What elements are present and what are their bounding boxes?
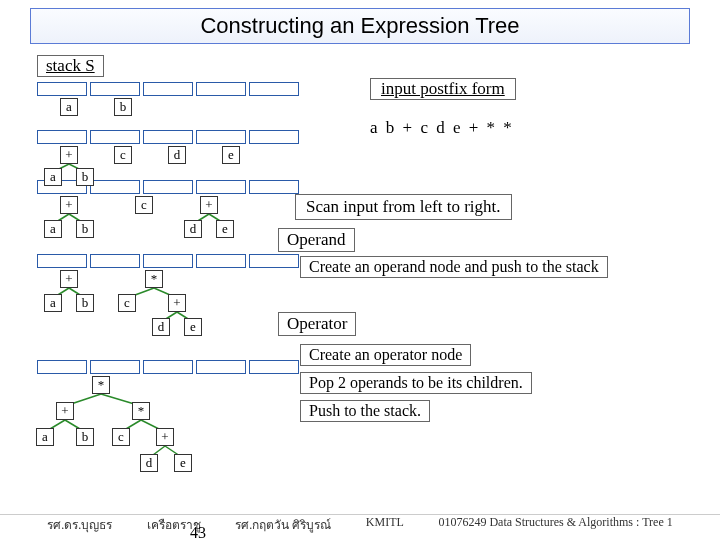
tree-node: + <box>200 196 218 214</box>
tree-node: * <box>92 376 110 394</box>
tree-node: d <box>152 318 170 336</box>
tree-node: c <box>112 428 130 446</box>
stack-slot <box>37 82 87 96</box>
stack-slot <box>196 130 246 144</box>
stack-slot <box>90 360 140 374</box>
stack-slot-row <box>37 82 302 96</box>
postfix-value: a b + c d e + * * <box>370 118 514 138</box>
page-title: Constructing an Expression Tree <box>30 8 690 44</box>
tree-node: e <box>216 220 234 238</box>
tree-node: * <box>145 270 163 288</box>
tree-node: + <box>60 146 78 164</box>
stack-slot <box>90 130 140 144</box>
page-number: 43 <box>190 524 206 540</box>
stack-slot-row <box>37 254 302 268</box>
stack-slot-row <box>37 360 302 374</box>
operand-desc: Create an operand node and push to the s… <box>300 256 608 278</box>
stack-slot <box>143 254 193 268</box>
stack-slot <box>37 254 87 268</box>
stack-slot <box>249 360 299 374</box>
tree-node: * <box>132 402 150 420</box>
stack-slot <box>249 130 299 144</box>
tree-node: a <box>44 220 62 238</box>
tree-node: a <box>44 168 62 186</box>
stack-slot <box>196 82 246 96</box>
footer-author1: รศ.ดร.บุญธร <box>47 515 112 534</box>
tree-node: + <box>156 428 174 446</box>
tree-node: b <box>76 294 94 312</box>
tree-node: a <box>44 294 62 312</box>
tree-node: + <box>60 270 78 288</box>
operator-step-2: Pop 2 operands to be its children. <box>300 372 532 394</box>
stack-slot <box>143 360 193 374</box>
stack-slot <box>196 180 246 194</box>
tree-node: d <box>184 220 202 238</box>
stack-slot <box>143 82 193 96</box>
tree-node: d <box>140 454 158 472</box>
footer: รศ.ดร.บุญธร เครือตราชู รศ.กฤตวัน ศิริบูร… <box>0 514 720 534</box>
stack-slot <box>249 254 299 268</box>
stack-slot <box>37 360 87 374</box>
tree-node: c <box>114 146 132 164</box>
stack-slot <box>37 130 87 144</box>
operand-heading: Operand <box>278 228 355 252</box>
stack-slot <box>90 180 140 194</box>
tree-node: d <box>168 146 186 164</box>
tree-node: + <box>56 402 74 420</box>
tree-node: a <box>60 98 78 116</box>
operator-step-1: Create an operator node <box>300 344 471 366</box>
stack-slot <box>143 130 193 144</box>
tree-node: b <box>76 220 94 238</box>
tree-node: a <box>36 428 54 446</box>
stack-slot <box>90 82 140 96</box>
operator-heading: Operator <box>278 312 356 336</box>
stack-label: stack S <box>37 55 104 77</box>
postfix-label: input postfix form <box>370 78 516 100</box>
stack-slot-row <box>37 130 302 144</box>
stack-slot <box>90 254 140 268</box>
tree-node: c <box>135 196 153 214</box>
operator-step-3: Push to the stack. <box>300 400 430 422</box>
tree-node: e <box>222 146 240 164</box>
stack-slot <box>249 180 299 194</box>
stack-slot <box>143 180 193 194</box>
tree-node: e <box>174 454 192 472</box>
tree-node: b <box>76 168 94 186</box>
stack-slot <box>196 254 246 268</box>
footer-kmitl: KMITL <box>366 515 404 534</box>
tree-node: c <box>118 294 136 312</box>
tree-node: + <box>60 196 78 214</box>
stack-slot <box>196 360 246 374</box>
tree-node: e <box>184 318 202 336</box>
tree-node: b <box>76 428 94 446</box>
stack-slot <box>249 82 299 96</box>
tree-node: + <box>168 294 186 312</box>
tree-node: b <box>114 98 132 116</box>
scan-instruction: Scan input from left to right. <box>295 194 512 220</box>
footer-author2: รศ.กฤตวัน ศิริบูรณ์ <box>235 515 331 534</box>
footer-course: 01076249 Data Structures & Algorithms : … <box>438 515 672 534</box>
